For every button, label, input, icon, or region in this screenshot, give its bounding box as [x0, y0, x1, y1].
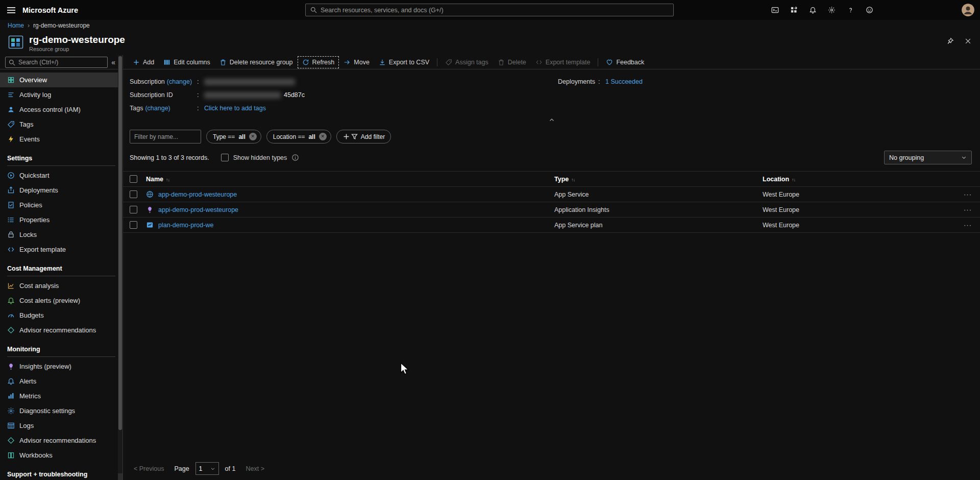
feedback-smiley-icon[interactable]: [860, 0, 879, 20]
export-template-button[interactable]: Export template: [531, 56, 595, 68]
workbooks-icon: [7, 451, 15, 459]
content: Add Edit columns Delete resource group R…: [123, 55, 980, 480]
refresh-button[interactable]: Refresh: [298, 56, 339, 68]
cloud-shell-icon[interactable]: [766, 0, 785, 20]
scrollbar-down-button[interactable]: [118, 473, 122, 480]
remove-filter-icon[interactable]: ✕: [319, 133, 327, 140]
column-header-location[interactable]: Location ↑↓: [763, 176, 951, 183]
table-row[interactable]: appi-demo-prod-westeurope Application In…: [123, 202, 980, 218]
sidebar-item-label: Export template: [19, 246, 66, 253]
avatar[interactable]: [961, 3, 975, 17]
sidebar-section-cost-management: Cost Management: [7, 262, 115, 276]
edit-columns-button[interactable]: Edit columns: [159, 56, 215, 68]
table-row[interactable]: app-demo-prod-westeurope App Service Wes…: [123, 187, 980, 202]
sidebar-item-diagnostic-settings[interactable]: Diagnostic settings: [0, 403, 122, 418]
sidebar-scrollbar[interactable]: [118, 55, 122, 480]
add-button[interactable]: Add: [128, 56, 159, 68]
sidebar-item-overview[interactable]: Overview: [0, 73, 122, 87]
sidebar-item-cost-analysis[interactable]: Cost analysis: [0, 278, 122, 293]
sidebar-item-alerts[interactable]: Alerts: [0, 374, 122, 389]
sidebar-item-label: Access control (IAM): [19, 106, 81, 113]
sidebar-item-workbooks[interactable]: Workbooks: [0, 448, 122, 463]
redacted-subscription-value: [204, 79, 295, 85]
sidebar-item-access-control[interactable]: Access control (IAM): [0, 102, 122, 117]
resource-link[interactable]: app-demo-prod-westeurope: [158, 191, 237, 198]
sidebar-item-budgets[interactable]: Budgets: [0, 308, 122, 323]
show-hidden-types-checkbox[interactable]: [221, 154, 229, 161]
filter-by-name-input[interactable]: [130, 130, 201, 143]
add-tags-link[interactable]: Click here to add tags: [204, 105, 266, 112]
edit-columns-icon: [163, 59, 170, 66]
resource-link[interactable]: appi-demo-prod-westeurope: [158, 206, 238, 213]
sidebar-item-insights[interactable]: Insights (preview): [0, 359, 122, 374]
grouping-dropdown[interactable]: No grouping: [884, 151, 972, 164]
deployments-succeeded-link[interactable]: 1 Succeeded: [605, 78, 643, 85]
azure-brand[interactable]: Microsoft Azure: [22, 6, 78, 14]
page-select[interactable]: 1: [195, 462, 219, 475]
delete-trash-icon: [498, 59, 505, 66]
delete-resource-group-button[interactable]: Delete resource group: [215, 56, 298, 68]
row-menu-button[interactable]: ···: [951, 190, 980, 198]
sidebar-item-locks[interactable]: Locks: [0, 227, 122, 242]
sidebar-item-advisor-recommendations-2[interactable]: Advisor recommendations: [0, 433, 122, 448]
previous-page-button[interactable]: < Previous: [130, 463, 168, 474]
sidebar-item-export-template[interactable]: Export template: [0, 242, 122, 257]
cost-analysis-icon: [7, 282, 15, 290]
info-icon[interactable]: [291, 154, 299, 161]
resource-link[interactable]: plan-demo-prod-we: [158, 222, 213, 229]
sidebar-nav: Overview Activity log Access control (IA…: [0, 69, 122, 480]
add-filter-button[interactable]: Add filter: [336, 130, 391, 143]
sidebar-collapse-button[interactable]: «: [111, 59, 115, 66]
row-checkbox[interactable]: [130, 190, 137, 198]
row-menu-button[interactable]: ···: [951, 221, 980, 229]
subscription-change-link[interactable]: (change): [167, 78, 192, 85]
sidebar-item-properties[interactable]: Properties: [0, 212, 122, 227]
directory-filter-icon[interactable]: [785, 0, 803, 20]
assign-tags-button[interactable]: Assign tags: [440, 56, 493, 68]
tags-label: Tags (change): [130, 105, 197, 112]
sidebar-item-tags[interactable]: Tags: [0, 117, 122, 132]
sidebar-item-cost-alerts[interactable]: Cost alerts (preview): [0, 293, 122, 308]
select-all-checkbox[interactable]: [130, 175, 137, 183]
sidebar-item-metrics[interactable]: Metrics: [0, 389, 122, 403]
breadcrumb-home-link[interactable]: Home: [8, 22, 24, 29]
column-header-type[interactable]: Type ↑↓: [554, 176, 763, 183]
records-summary-bar: Showing 1 to 3 of 3 records. Show hidden…: [123, 143, 980, 164]
sidebar-item-events[interactable]: Events: [0, 132, 122, 147]
sidebar-item-logs[interactable]: Logs: [0, 418, 122, 433]
row-checkbox[interactable]: [130, 221, 137, 229]
row-menu-button[interactable]: ···: [951, 206, 980, 213]
hamburger-menu-icon[interactable]: [3, 0, 19, 20]
pin-icon[interactable]: [946, 37, 954, 45]
feedback-button[interactable]: Feedback: [601, 56, 649, 68]
notifications-bell-icon[interactable]: [803, 0, 822, 20]
row-checkbox[interactable]: [130, 206, 137, 213]
properties-icon: [7, 216, 15, 224]
tags-change-link[interactable]: (change): [145, 105, 170, 112]
sidebar-item-policies[interactable]: Policies: [0, 198, 122, 212]
sidebar-search-input[interactable]: [5, 57, 108, 68]
close-icon[interactable]: [964, 37, 972, 45]
sidebar-item-deployments[interactable]: Deployments: [0, 183, 122, 198]
toolbar-separator: [437, 58, 437, 66]
export-csv-button[interactable]: Export to CSV: [374, 56, 434, 68]
global-search-input[interactable]: [321, 7, 669, 14]
location-filter-pill[interactable]: Location == all ✕: [266, 130, 331, 143]
column-header-name[interactable]: Name ↑↓: [146, 176, 554, 183]
essentials-collapse[interactable]: [123, 116, 980, 124]
move-button[interactable]: Move: [339, 56, 374, 68]
scrollbar-thumb[interactable]: [118, 56, 122, 430]
remove-filter-icon[interactable]: ✕: [249, 133, 257, 140]
delete-trash-icon: [219, 59, 227, 66]
table-row[interactable]: plan-demo-prod-we App Service plan West …: [123, 218, 980, 233]
delete-button[interactable]: Delete: [493, 56, 531, 68]
sidebar-item-quickstart[interactable]: Quickstart: [0, 168, 122, 183]
sidebar-item-activity-log[interactable]: Activity log: [0, 87, 122, 102]
resource-name-cell: appi-demo-prod-westeurope: [146, 206, 554, 213]
resource-name-cell: plan-demo-prod-we: [146, 221, 554, 229]
sidebar-item-advisor-recommendations[interactable]: Advisor recommendations: [0, 323, 122, 338]
type-filter-pill[interactable]: Type == all ✕: [206, 130, 261, 143]
next-page-button[interactable]: Next >: [241, 463, 268, 474]
help-icon[interactable]: [841, 0, 860, 20]
settings-gear-icon[interactable]: [822, 0, 841, 20]
